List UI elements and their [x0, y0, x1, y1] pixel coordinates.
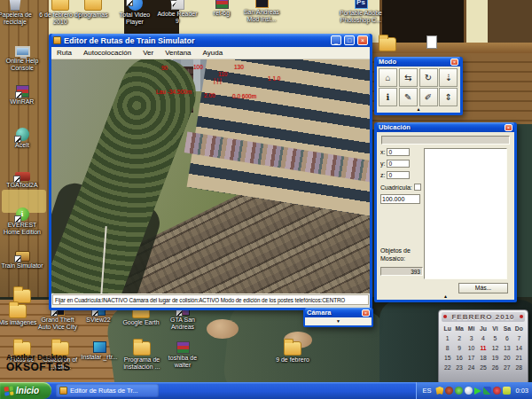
desktop-icon-instalar[interactable]: Instalar _rtr...: [77, 341, 121, 361]
desktop-icon-papelera[interactable]: Papelera de reciclaje: [0, 0, 37, 26]
desktop-icon-tgatool[interactable]: TGATool2A: [0, 168, 44, 189]
desktop-icon-label: Total Video Player: [113, 12, 157, 26]
monitor-icon: [15, 46, 30, 57]
track-marker: 130: [234, 64, 244, 70]
desktop-icon-label: GTA San Andreas: [160, 317, 205, 331]
winrar-archive-icon: [215, 0, 229, 9]
z-label: z:: [380, 172, 385, 178]
calendar-day: 25: [477, 363, 489, 372]
mode-drop-button[interactable]: ⇣: [439, 68, 458, 87]
grid-size-input[interactable]: 100.000: [380, 194, 420, 204]
desktop-icon-label: Google Earth: [119, 319, 163, 326]
menu-ayuda[interactable]: Ayuda: [203, 49, 223, 57]
mode-rotate-button[interactable]: ↻: [419, 68, 438, 87]
start-button[interactable]: Inicio: [0, 382, 51, 399]
mode-move-button[interactable]: ⇆: [399, 68, 418, 87]
z-field[interactable]: 0: [387, 171, 410, 179]
desktop-icon-programa-instalacion[interactable]: Programa de instalación ...: [120, 341, 164, 371]
menu-ventana[interactable]: Ventana: [165, 49, 191, 57]
antivirus-icon[interactable]: [493, 387, 501, 395]
play-tray-icon[interactable]: [474, 387, 481, 395]
more-button[interactable]: Más...: [458, 283, 508, 293]
mode-info-button[interactable]: ℹ: [379, 88, 397, 106]
y-field[interactable]: 0: [387, 160, 410, 168]
ubicacion-body: x: 0 y: 0 z: 0 Cuadrícula: 100.000 Objet…: [377, 132, 514, 293]
calendar-day: 28: [513, 363, 525, 372]
cuadricula-row: Cuadrícula:: [380, 184, 421, 191]
desktop-icon-label: Train Simulator: [0, 262, 44, 270]
background-denim-right: [514, 124, 532, 315]
menu-ver[interactable]: Ver: [143, 49, 153, 57]
desktop-icon-9-febrero[interactable]: 9 de febrero: [270, 341, 315, 364]
messenger-icon[interactable]: [455, 387, 463, 395]
taskbar-clock: 0:03: [515, 387, 528, 395]
desktop-icon-photoshop[interactable]: Ps Portable Adobe Photoshop C...: [335, 0, 387, 24]
desktop-icon-programas[interactable]: programas: [71, 0, 115, 19]
mode-elevation-button[interactable]: ⇕: [439, 88, 458, 106]
desktop-icon-aceit[interactable]: AceIt: [0, 128, 44, 149]
watermark-line2: OKSOFT.ES: [6, 362, 71, 372]
modo-close-button[interactable]: ×: [450, 59, 458, 66]
modo-buttons: ⌂ ⇆ ↻ ⇣ ℹ ✎ ✐ ⇕: [377, 66, 460, 106]
camara-close-button[interactable]: ×: [362, 309, 370, 317]
volume-tray-icon[interactable]: [503, 387, 511, 395]
tray-app-icon[interactable]: [445, 387, 453, 395]
modo-title: Modo: [379, 58, 448, 66]
security-shield-icon[interactable]: [435, 387, 443, 395]
ubicacion-close-button[interactable]: ×: [505, 124, 512, 131]
mode-spline-button[interactable]: ✐: [419, 88, 438, 106]
menu-autocolocacion[interactable]: Autocolocación: [83, 49, 131, 57]
desktop-icon-label: ret-6g: [200, 10, 244, 17]
editor-window: Editor de Rutas de Train Simulator _ □ ×…: [49, 34, 372, 310]
editor-3d-viewport[interactable]: 90100110130| | |1 1 0Lau -34.500m2.000.0…: [51, 59, 370, 293]
task-label: Editor de Rutas de Tr...: [70, 387, 138, 395]
calendar-day: 4: [477, 333, 489, 343]
editor-titlebar[interactable]: Editor de Rutas de Train Simulator _ □ ×: [51, 34, 370, 47]
folder-icon: [284, 341, 301, 356]
desktop-icon-folder-bottom[interactable]: [0, 289, 44, 303]
emule-icon[interactable]: [465, 387, 473, 395]
desktop-icon-winrar[interactable]: WinRAR: [0, 85, 44, 106]
close-button[interactable]: ×: [357, 35, 368, 45]
desktop-icon-san-andreas-mod[interactable]: San Andreas Mod Inst...: [239, 0, 284, 23]
mode-gradient-button[interactable]: ✎: [399, 88, 418, 106]
camara-titlebar[interactable]: Cámara ×: [305, 308, 372, 317]
objects-listbox[interactable]: [424, 148, 507, 279]
modo-titlebar[interactable]: Modo ×: [377, 57, 460, 66]
tiles-label-1: Objetos de: [380, 247, 411, 254]
desktop-icon-adobe-reader[interactable]: Adobe Reader 9: [155, 0, 200, 25]
menu-ruta[interactable]: Ruta: [57, 49, 72, 57]
mode-place-button[interactable]: ⌂: [379, 68, 397, 87]
desktop-icon-online-help[interactable]: Online Help Console: [0, 46, 44, 72]
ubicacion-titlebar[interactable]: Ubicación ×: [377, 122, 514, 132]
camara-collapsed-bar[interactable]: ▼: [305, 317, 372, 325]
minimize-button[interactable]: _: [331, 35, 341, 45]
desktop-icon-everest[interactable]: i EVEREST Home Edition: [0, 207, 44, 236]
track-marker: 1 1 0: [268, 75, 280, 82]
taskbar-task-editor[interactable]: Editor de Rutas de Tr...: [56, 384, 159, 397]
language-indicator[interactable]: ES: [422, 387, 431, 395]
calendar-day-header: Ma: [453, 324, 465, 333]
desktop-icon-ret6g[interactable]: ret-6g: [200, 0, 244, 17]
truck-icon: [15, 172, 30, 181]
network-icon[interactable]: [483, 387, 491, 395]
modo-palette: Modo × ⌂ ⇆ ↻ ⇣ ℹ ✎ ✐ ⇕ ▲: [374, 57, 463, 115]
calendar-day: 8: [442, 343, 453, 353]
desktop-icon-mis-imagenes[interactable]: Mis imágenes: [0, 304, 40, 326]
modo-grip-icon[interactable]: ▲: [377, 106, 460, 113]
tiles-count-field: 393: [380, 267, 423, 276]
calendar-day: 11: [477, 343, 489, 353]
x-field[interactable]: 0: [387, 148, 410, 156]
cuadricula-checkbox[interactable]: [414, 184, 421, 191]
desktop-icon-toshiba[interactable]: toshiba de walter: [160, 341, 205, 369]
calendar-title: FEBRERO 2010: [442, 312, 525, 322]
ubicacion-grip-icon[interactable]: ▲: [377, 293, 514, 300]
maximize-button[interactable]: □: [344, 35, 355, 45]
calendar-day: 14: [513, 343, 525, 353]
desktop-icon-label: programas: [71, 12, 115, 19]
desktop-icon-total-video-player[interactable]: Total Video Player: [113, 0, 157, 26]
windows-flag-icon: [4, 386, 14, 395]
desktop-icon-train-simulator[interactable]: Train Simulator: [0, 251, 44, 270]
track-marker: 100: [193, 64, 203, 70]
desktop-icon-unknown-file[interactable]: [410, 35, 454, 49]
